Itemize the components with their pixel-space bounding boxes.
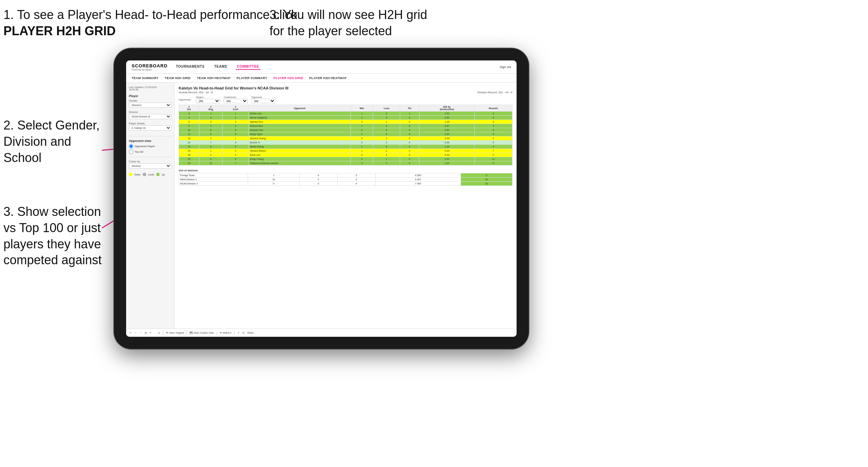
cell-loss: 3 [373, 153, 400, 157]
cell-div: 19 [179, 157, 199, 161]
sub-nav-player-h2h-heatmap[interactable]: PLAYER H2H HEATMAP [309, 76, 347, 80]
sidebar-player-title: Player [129, 94, 171, 98]
sidebar-gender-select[interactable]: Women's [129, 103, 171, 108]
nav-teams[interactable]: TEAMS [213, 64, 229, 70]
ood-cell-win: 15 [248, 178, 300, 182]
cell-diff: -5.00 [419, 153, 474, 157]
cell-opponent: Stella Cheng [249, 145, 351, 149]
cell-diff: 4.00 [419, 128, 474, 132]
sidebar-radio-top100[interactable]: Top 100 [129, 150, 171, 154]
sub-nav-team-summary[interactable]: TEAM SUMMARY [132, 76, 159, 80]
cell-conf: 4 [223, 124, 249, 128]
ood-cell-loss: 0 [300, 178, 338, 182]
cell-opponent: Sydney Kuo [249, 120, 351, 124]
toolbar-forward[interactable]: → [140, 332, 142, 334]
cell-win: 1 [350, 112, 373, 116]
annotation-step1: 1. To see a Player's Head- to-Head perfo… [3, 7, 298, 39]
sub-nav-player-h2h-grid[interactable]: PLAYER H2H GRID [273, 76, 303, 80]
cell-opponent: Heejo Hyun [249, 132, 351, 136]
toolbar-rotate[interactable]: ⟲ [242, 332, 244, 334]
cell-tie: 0 [400, 124, 419, 128]
table-row: 13 1 1 Jessica Huang 0 2 0 -3.00 2 [179, 136, 512, 141]
tablet-frame: SCOREBOARD Powered by clippd TOURNAMENTS… [114, 48, 529, 349]
toolbar-undo[interactable]: ↩ [130, 332, 132, 334]
cell-opponent: Federica Domecq Lacroze [249, 161, 351, 165]
annotation-step2-text: 2. Select Gender,Division andSchool [3, 118, 100, 165]
sidebar-colour-by-select[interactable]: Win/loss [129, 163, 171, 169]
cell-tie: 0 [400, 145, 419, 149]
sidebar-radio-played[interactable]: Opponents Played [129, 144, 171, 149]
cell-tie: 0 [400, 116, 419, 120]
sidebar-player-rank-select[interactable]: 8. Katelyn Vo [129, 125, 171, 131]
ood-table-row: Foreign Team 1 0 0 4.500 2 [179, 173, 512, 178]
toolbar-save-custom-view[interactable]: 💾 Save Custom View [190, 332, 214, 334]
cell-div: 14 [179, 141, 199, 145]
cell-rounds: 3 [474, 124, 512, 128]
cell-diff: -1.00 [419, 120, 474, 124]
grid-title: Katelyn Vo Head-to-Head Grid for Women's… [179, 86, 512, 90]
sub-nav-team-h2h-heatmap[interactable]: TEAM H2H HEATMAP [197, 76, 230, 80]
nav-committee[interactable]: COMMITTEE [236, 64, 261, 70]
toolbar-share[interactable]: Share [247, 332, 254, 334]
cell-conf: 3 [223, 120, 249, 124]
cell-div: 11 [179, 132, 199, 136]
toolbar-back[interactable]: ← [134, 332, 137, 334]
filter-region-select[interactable]: (All) [196, 99, 220, 103]
toolbar-grid[interactable]: ⊞ [145, 332, 147, 334]
table-row: 10 6 3 Andrea York 2 0 0 4.00 4 [179, 128, 512, 132]
cell-opponent: Esther Lee [249, 112, 351, 116]
brand-title: SCOREBOARD [132, 63, 168, 68]
filter-conference-select[interactable]: (All) [224, 99, 248, 103]
cell-loss: 0 [373, 145, 400, 149]
cell-rounds: 4 [474, 145, 512, 149]
filter-opponent-select[interactable]: (All) [251, 99, 275, 103]
cell-loss: 2 [373, 141, 400, 145]
sidebar-opponent-view-title: Opponent view [129, 139, 171, 143]
col-div: #Div [179, 105, 199, 112]
cell-div: 10 [179, 128, 199, 132]
cell-tie: 0 [400, 161, 419, 165]
ood-cell-rounds: 10 [461, 182, 512, 186]
sub-nav-team-h2h-grid[interactable]: TEAM H2H GRID [165, 76, 191, 80]
cell-win: 0 [350, 153, 373, 157]
cell-rounds: 3 [474, 132, 512, 136]
cell-opponent: Emily Chang [249, 157, 351, 161]
sidebar-division-select[interactable]: NCAA Division III [129, 114, 171, 119]
sidebar-division-label: Division [129, 111, 171, 114]
ood-cell-rounds: 2 [461, 173, 512, 178]
cell-conf: 1 [223, 136, 249, 141]
cell-div: 3 [179, 112, 199, 116]
legend-dot-down [129, 173, 132, 176]
toolbar-sep3 [217, 331, 217, 335]
out-of-division-table: Foreign Team 1 0 0 4.500 2 NAIA Division… [179, 173, 512, 186]
toolbar-sep4 [234, 331, 235, 335]
toolbar-view-original[interactable]: 👁 View: Original [166, 332, 184, 334]
cell-reg: 1 [199, 136, 223, 141]
table-row: 5 2 2 Alexis Sudjianto 1 0 0 4.00 3 [179, 116, 512, 120]
nav-tournaments[interactable]: TOURNAMENTS [174, 64, 206, 70]
cell-win: 4 [350, 157, 373, 161]
filter-conference-label: Conference [224, 96, 248, 98]
toolbar-refresh[interactable]: ↶ [150, 332, 152, 334]
sidebar-radio-group: Opponents Played Top 100 [129, 144, 171, 154]
toolbar-dot[interactable]: · [154, 332, 155, 334]
ood-table-row: NCAA Division 2 5 0 0 7.400 10 [179, 182, 512, 186]
sub-nav-player-summary[interactable]: PLAYER SUMMARY [237, 76, 267, 80]
overall-record: Overall Record: 353 - 34 - 6 [179, 91, 213, 94]
cell-diff: 3.67 [419, 124, 474, 128]
col-tie: Tie [400, 105, 419, 112]
cell-reg: 1 [199, 149, 223, 153]
col-win: Win [350, 105, 373, 112]
cell-reg: 1 [199, 124, 223, 128]
brand: SCOREBOARD Powered by clippd [132, 63, 168, 71]
toolbar-export[interactable]: ↗ [237, 332, 239, 334]
toolbar-watch[interactable]: 👁 Watch ▾ [220, 332, 232, 334]
cell-diff: -0.94 [419, 149, 474, 153]
cell-tie: 0 [400, 141, 419, 145]
toolbar-time[interactable]: ◷ [158, 332, 160, 334]
cell-tie: 0 [400, 120, 419, 124]
cell-loss: 2 [373, 136, 400, 141]
legend-dot-level [143, 173, 146, 176]
sign-out-link[interactable]: Sign out [500, 65, 511, 69]
cell-div: 15 [179, 145, 199, 149]
